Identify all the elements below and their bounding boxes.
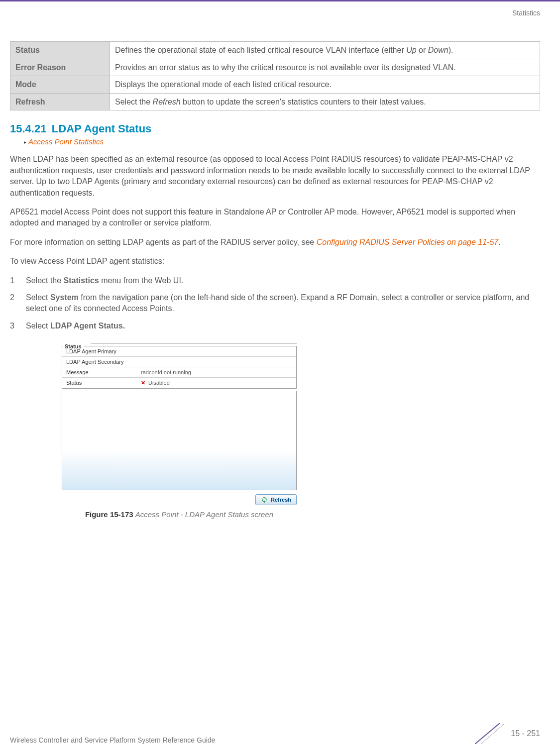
blank-area [62, 391, 297, 490]
svg-line-1 [481, 724, 504, 744]
def-text: Defines the operational state of each li… [110, 42, 540, 59]
breadcrumb[interactable]: Access Point Statistics [24, 137, 540, 146]
status-value [141, 359, 292, 365]
def-label: Mode [10, 76, 110, 94]
refresh-icon [261, 496, 268, 503]
disabled-icon: ✕ [141, 380, 145, 386]
def-text: Provides an error status as to why the c… [110, 59, 540, 76]
section-title: LDAP Agent Status [52, 122, 151, 135]
table-row: Mode Displays the operational mode of ea… [10, 76, 540, 94]
refresh-label: Refresh [271, 497, 291, 503]
figure-caption: Figure 15-173 Access Point - LDAP Agent … [60, 510, 299, 519]
status-value: radconfd not running [141, 369, 292, 375]
section-number: 15.4.21 [10, 122, 46, 135]
def-label: Status [10, 42, 110, 59]
status-key: LDAP Agent Secondary [66, 359, 141, 365]
def-text: Displays the operational mode of each li… [110, 76, 540, 94]
status-row: Status ✕Disabled [62, 378, 296, 388]
refresh-button[interactable]: Refresh [255, 494, 297, 505]
page-number: 15 - 251 [511, 729, 540, 738]
status-key: Status [66, 380, 141, 386]
cross-reference-link[interactable]: Configuring RADIUS Server Policies on pa… [317, 238, 499, 246]
list-item: 1 Select the Statistics menu from the We… [10, 275, 540, 286]
guide-title: Wireless Controller and Service Platform… [10, 736, 215, 744]
svg-line-0 [475, 723, 500, 744]
status-value [141, 348, 292, 354]
steps-list: 1 Select the Statistics menu from the We… [10, 275, 540, 332]
list-item: 3 Select LDAP Agent Status. [10, 321, 540, 331]
paragraph: AP6521 model Access Point does not suppo… [10, 207, 540, 229]
status-value: ✕Disabled [141, 380, 292, 386]
list-item: 2 Select System from the navigation pane… [10, 292, 540, 315]
table-row: Error Reason Provides an error status as… [10, 59, 540, 76]
def-label: Error Reason [10, 59, 110, 76]
header-section-label: Statistics [512, 9, 540, 17]
paragraph: When LDAP has been specified as an exter… [10, 154, 540, 199]
fieldset-legend: Status [63, 343, 84, 349]
status-row: Message radconfd not running [62, 367, 296, 378]
def-text: Select the Refresh button to update the … [110, 93, 540, 110]
status-row: LDAP Agent Primary [62, 346, 296, 357]
page-corner-decoration [475, 723, 505, 744]
table-row: Status Defines the operational state of … [10, 42, 540, 59]
table-row: Refresh Select the Refresh button to upd… [10, 93, 540, 110]
paragraph: For more information on setting LDAP age… [10, 237, 540, 248]
status-row: LDAP Agent Secondary [62, 357, 296, 367]
footer: Wireless Controller and Service Platform… [10, 723, 540, 744]
status-panel: Status LDAP Agent Primary LDAP Agent Sec… [60, 337, 299, 506]
figure: Status LDAP Agent Primary LDAP Agent Sec… [60, 337, 540, 519]
definition-table: Status Defines the operational state of … [10, 41, 540, 110]
status-key: Message [66, 369, 141, 375]
def-label: Refresh [10, 93, 110, 110]
section-heading: 15.4.21 LDAP Agent Status [10, 122, 540, 136]
paragraph: To view Access Point LDAP agent statisti… [10, 256, 540, 267]
